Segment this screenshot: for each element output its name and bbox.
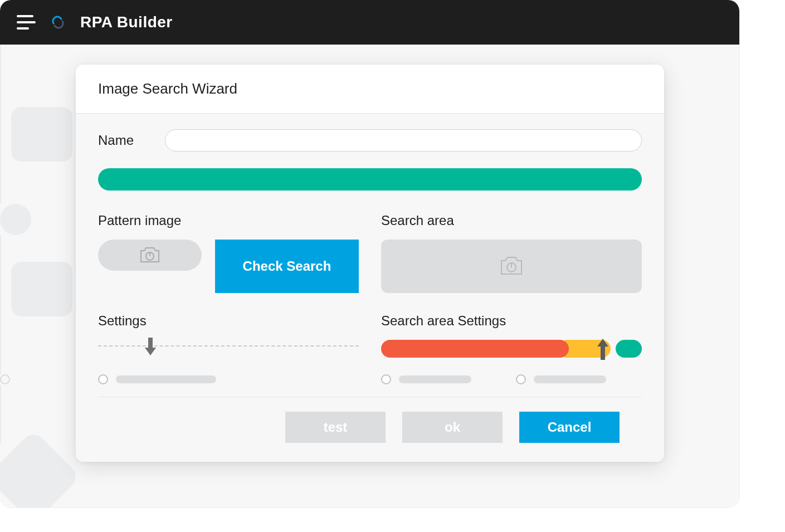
progress-bar — [98, 168, 642, 191]
option-label-placeholder — [116, 375, 216, 383]
bg-node — [0, 374, 10, 384]
bg-connector — [0, 235, 1, 374]
capture-search-area-button[interactable] — [381, 240, 642, 293]
dialog-title: Image Search Wizard — [98, 80, 642, 97]
slider-handle[interactable] — [145, 338, 156, 355]
name-row: Name — [98, 129, 642, 152]
bg-node — [11, 262, 72, 316]
pattern-image-section: Pattern image Check Search — [98, 213, 359, 293]
settings-section: Settings — [98, 313, 359, 384]
settings-option[interactable] — [98, 374, 359, 384]
app-logo-icon — [50, 14, 66, 30]
radio-icon — [381, 374, 391, 384]
bg-decision-node — [0, 429, 81, 507]
app-window: RPA Builder Image Search Wizard Name Pat… — [0, 0, 739, 507]
ok-button[interactable]: ok — [402, 412, 503, 443]
dialog-header: Image Search Wizard — [76, 65, 664, 114]
search-area-settings-section: Search area Settings — [381, 313, 642, 384]
name-input[interactable] — [165, 129, 642, 152]
dialog-footer: test ok Cancel — [98, 397, 642, 462]
bg-connector — [0, 145, 1, 204]
settings-slider[interactable] — [98, 340, 359, 360]
slider-handle[interactable] — [597, 339, 608, 357]
camera-icon — [497, 254, 526, 279]
bg-connector — [0, 384, 1, 443]
pattern-image-label: Pattern image — [98, 213, 359, 228]
check-search-button[interactable]: Check Search — [215, 240, 359, 293]
bg-connector — [0, 45, 1, 145]
cancel-button[interactable]: Cancel — [519, 412, 620, 443]
test-button[interactable]: test — [285, 412, 386, 443]
app-title: RPA Builder — [80, 13, 173, 31]
name-label: Name — [98, 133, 134, 148]
title-bar: RPA Builder — [0, 0, 739, 45]
option-label-placeholder — [399, 375, 471, 383]
search-area-slider[interactable] — [381, 340, 642, 360]
search-area-option-1[interactable] — [381, 374, 471, 384]
search-area-label: Search area — [381, 213, 642, 228]
search-area-settings-label: Search area Settings — [381, 313, 642, 329]
option-label-placeholder — [534, 375, 606, 383]
menu-icon[interactable] — [17, 15, 36, 30]
search-area-option-2[interactable] — [516, 374, 606, 384]
bg-node — [11, 107, 72, 162]
dialog-body: Name Pattern image — [76, 114, 664, 462]
settings-label: Settings — [98, 313, 359, 329]
radio-icon — [98, 374, 108, 384]
radio-icon — [516, 374, 526, 384]
search-area-section: Search area — [381, 213, 642, 293]
camera-icon — [138, 245, 162, 265]
bg-node — [0, 204, 31, 235]
image-search-wizard-dialog: Image Search Wizard Name Pattern image — [76, 65, 664, 462]
capture-pattern-button[interactable] — [98, 240, 202, 271]
